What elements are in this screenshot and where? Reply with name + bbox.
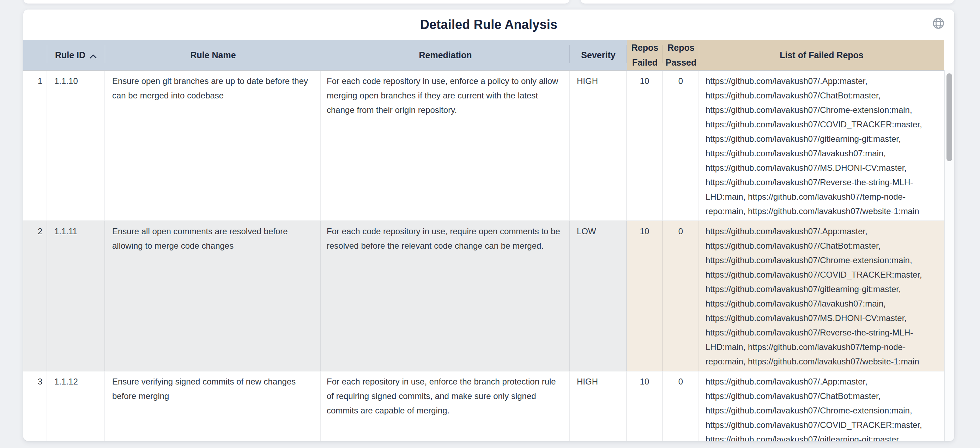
table-row-1: 11.1.10Ensure open git branches are up t… [23,71,954,221]
cell-repos_failed: 10 [627,372,663,441]
vertical-scrollbar-thumb[interactable] [947,73,952,161]
page-title: Detailed Rule Analysis [420,17,557,32]
cell-rule_id: 1.1.12 [47,372,105,441]
table-header-row: Rule IDRule NameRemediationSeverityRepos… [23,40,954,71]
column-header-severity: Severity [570,40,627,70]
cell-repos_failed: 10 [627,221,663,371]
cell-rule_name: Ensure all open comments are resolved be… [105,221,321,371]
cell-repos_passed: 0 [663,71,699,221]
table-body: 11.1.10Ensure open git branches are up t… [23,71,954,441]
cell-index: 3 [23,372,47,441]
card-above-left-bottom-edge [23,0,570,3]
cell-index: 1 [23,71,47,221]
rule-analysis-table: Rule IDRule NameRemediationSeverityRepos… [23,40,954,441]
cell-rule_id: 1.1.10 [47,71,105,221]
column-header-failed_repos: List of Failed Repos [699,40,944,70]
card-above-right-bottom-edge [580,0,954,3]
cell-remediation: For each repository in use, enforce the … [321,372,570,441]
column-header-rule_name: Rule Name [105,40,321,70]
cell-severity: HIGH [570,372,627,441]
vertical-scrollbar-track [944,70,954,441]
cell-repos_passed: 0 [663,221,699,371]
card-header: Detailed Rule Analysis [23,10,954,40]
column-header-label: Repos Failed [629,40,661,70]
cell-remediation: For each code repository in use, enforce… [321,71,570,221]
cell-rule_id: 1.1.11 [47,221,105,371]
cell-index: 2 [23,221,47,371]
column-header-repos_passed: Repos Passed [663,40,699,70]
table-row-3: 31.1.12Ensure verifying signed commits o… [23,372,954,441]
cell-rule_name: Ensure verifying signed commits of new c… [105,372,321,441]
column-header-index [23,40,47,70]
cell-rule_name: Ensure open git branches are up to date … [105,71,321,221]
cell-remediation: For each code repository in use, require… [321,221,570,371]
column-header-remediation: Remediation [321,40,570,70]
sort-ascending-icon[interactable] [89,48,97,63]
cell-severity: HIGH [570,71,627,221]
column-header-repos_failed: Repos Failed [627,40,663,70]
cell-failed_repos: https://github.com/lavakush07/.App:maste… [699,372,944,441]
column-header-label: Severity [581,48,615,62]
cell-repos_failed: 10 [627,71,663,221]
cell-failed_repos: https://github.com/lavakush07/.App:maste… [699,221,944,371]
globe-icon[interactable] [932,17,945,30]
column-header-label: Remediation [419,48,472,62]
table-row-2: 21.1.11Ensure all open comments are reso… [23,221,954,372]
column-header-rule_id[interactable]: Rule ID [47,40,105,70]
column-header-label: List of Failed Repos [780,48,864,62]
cell-severity: LOW [570,221,627,371]
detailed-rule-analysis-card: Detailed Rule Analysis Rule IDRule NameR… [23,10,954,441]
cell-repos_passed: 0 [663,372,699,441]
column-header-label: Repos Passed [665,40,697,70]
column-header-label: Rule ID [55,48,85,62]
cell-failed_repos: https://github.com/lavakush07/.App:maste… [699,71,944,221]
column-header-label: Rule Name [190,48,235,62]
